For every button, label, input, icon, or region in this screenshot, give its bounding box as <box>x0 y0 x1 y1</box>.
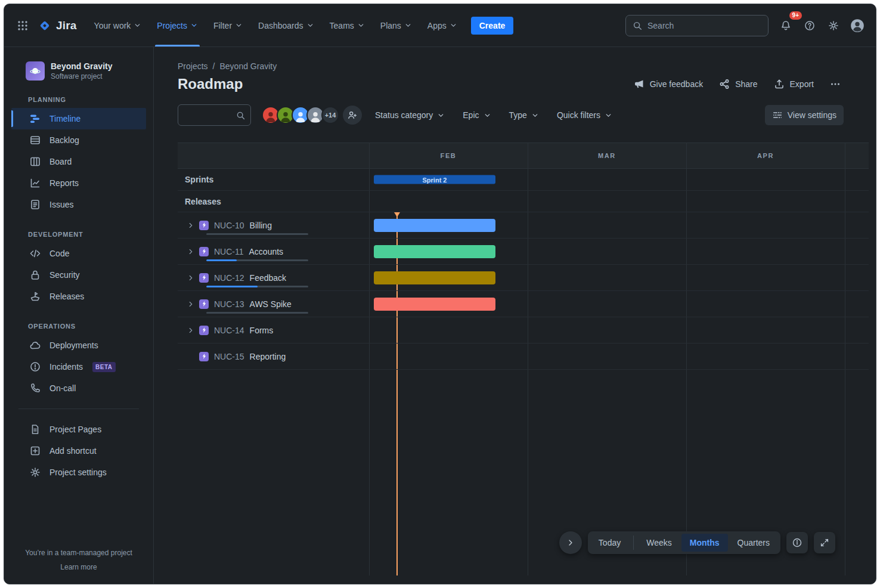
epic-bar[interactable] <box>374 219 495 232</box>
global-search-input[interactable] <box>647 21 762 30</box>
epic-row-nuc-14: NUC-14 Forms <box>178 317 869 343</box>
sidebar-item-label: Backlog <box>49 135 79 145</box>
epic-bar[interactable] <box>374 271 495 284</box>
releases-label-cell[interactable]: Releases <box>178 191 369 212</box>
filter-label: Status category <box>375 110 433 120</box>
app-switcher-button[interactable] <box>13 16 33 36</box>
more-actions-button[interactable] <box>829 78 841 90</box>
timeline-search-input[interactable] <box>184 110 236 120</box>
sidebar-item-deployments[interactable]: Deployments <box>11 335 146 356</box>
month-label: FEB <box>369 143 528 168</box>
epic-name-cell[interactable]: NUC-15 Reporting <box>178 343 369 369</box>
fullscreen-button[interactable] <box>814 532 835 553</box>
settings-button[interactable] <box>823 16 844 36</box>
nav-your-work[interactable]: Your work <box>86 4 150 47</box>
epic-name-cell[interactable]: NUC-12 Feedback <box>178 265 369 290</box>
add-people-button[interactable] <box>343 106 362 125</box>
cloud-icon <box>29 339 41 351</box>
expand-epic-button[interactable] <box>185 246 197 258</box>
nav-label: Plans <box>380 21 401 30</box>
sidebar-item-reports[interactable]: Reports <box>11 172 146 194</box>
expand-epic-button[interactable] <box>185 219 197 231</box>
sprint-bar[interactable]: Sprint 2 <box>374 175 495 184</box>
expand-epic-button[interactable] <box>185 324 197 336</box>
nav-filter[interactable]: Filter <box>206 4 250 47</box>
sprints-label: Sprints <box>185 175 213 184</box>
nav-apps[interactable]: Apps <box>420 4 465 47</box>
view-settings-button[interactable]: View settings <box>765 105 844 125</box>
breadcrumb-project-name[interactable]: Beyond Gravity <box>219 61 277 71</box>
person-icon <box>309 110 322 123</box>
epic-name-cell[interactable]: NUC-10 Billing <box>178 212 369 238</box>
sprints-label-cell[interactable]: Sprints <box>178 169 369 190</box>
zoom-weeks-button[interactable]: Weeks <box>638 534 680 552</box>
expand-epic-button[interactable] <box>185 298 197 310</box>
breadcrumb-projects[interactable]: Projects <box>178 61 208 71</box>
avatar-icon <box>850 18 865 33</box>
sidebar-item-timeline[interactable]: Timeline <box>11 108 146 129</box>
epic-key: NUC-13 <box>214 299 244 309</box>
sidebar-item-project-pages[interactable]: Project Pages <box>11 419 146 440</box>
expand-epic-button[interactable] <box>185 272 197 284</box>
epic-chart-cell <box>369 317 869 343</box>
project-header[interactable]: Beyond Gravity Software project <box>10 61 147 81</box>
sidebar-item-security[interactable]: Security <box>11 264 146 286</box>
scroll-right-button[interactable] <box>559 531 582 554</box>
sidebar-item-board[interactable]: Board <box>11 151 146 172</box>
export-button[interactable]: Export <box>773 78 814 90</box>
epic-progress-fill <box>206 259 237 261</box>
nav-dashboards[interactable]: Dashboards <box>250 4 322 47</box>
app-switcher-icon <box>17 20 29 32</box>
sidebar-item-backlog[interactable]: Backlog <box>11 129 146 151</box>
nav-projects[interactable]: Projects <box>149 4 206 47</box>
sidebar-item-issues[interactable]: Issues <box>11 194 146 215</box>
create-button[interactable]: Create <box>471 17 514 35</box>
learn-more-link[interactable]: Learn more <box>60 563 97 571</box>
incident-icon <box>29 361 41 373</box>
type-filter[interactable]: Type <box>504 106 544 125</box>
epic-key: NUC-12 <box>214 273 244 283</box>
epic-bar[interactable] <box>374 298 495 311</box>
sidebar-item-project-settings[interactable]: Project settings <box>11 462 146 483</box>
epic-title: AWS Spike <box>250 299 292 309</box>
backlog-icon <box>29 134 41 146</box>
sidebar-item-releases[interactable]: Releases <box>11 286 146 307</box>
bell-icon <box>780 20 792 32</box>
topnav-actions: 9+ <box>776 4 867 47</box>
epic-key: NUC-11 <box>214 247 244 256</box>
epic-filter[interactable]: Epic <box>458 106 495 125</box>
zoom-quarters-button[interactable]: Quarters <box>729 534 778 552</box>
chevron-down-icon <box>235 21 243 29</box>
ship-icon <box>29 290 41 302</box>
global-search[interactable] <box>625 15 769 36</box>
person-icon <box>294 110 307 123</box>
status-category-filter[interactable]: Status category <box>370 106 450 125</box>
zoom-control-panel: Today Weeks Months Quarters <box>588 531 780 554</box>
profile-button[interactable] <box>847 16 867 36</box>
sidebar-item-on-call[interactable]: On-call <box>11 377 146 399</box>
timeline-search[interactable] <box>178 104 251 126</box>
nav-plans[interactable]: Plans <box>373 4 420 47</box>
title-row: Roadmap Give feedback Share Export <box>178 76 841 92</box>
sidebar-item-incidents[interactable]: Incidents BETA <box>11 356 146 377</box>
epic-name-cell[interactable]: NUC-13 AWS Spike <box>178 291 369 317</box>
sidebar-item-label: Security <box>49 270 80 280</box>
quick-filters[interactable]: Quick filters <box>552 106 617 125</box>
share-button[interactable]: Share <box>718 78 757 90</box>
help-button[interactable] <box>800 16 820 36</box>
info-button[interactable] <box>786 532 808 553</box>
sidebar-item-code[interactable]: Code <box>11 243 146 264</box>
epic-name-cell[interactable]: NUC-11 Accounts <box>178 239 369 264</box>
give-feedback-button[interactable]: Give feedback <box>633 78 704 90</box>
epic-name-cell[interactable]: NUC-14 Forms <box>178 317 369 343</box>
avatar-overflow[interactable]: +14 <box>321 106 339 124</box>
today-button[interactable]: Today <box>590 534 629 552</box>
jira-logo[interactable]: Jira <box>38 18 77 33</box>
sidebar-item-add-shortcut[interactable]: Add shortcut <box>11 440 146 462</box>
notifications-button[interactable]: 9+ <box>776 16 796 36</box>
zoom-months-button[interactable]: Months <box>681 534 728 552</box>
releases-row: Releases <box>178 191 869 212</box>
epic-bar[interactable] <box>374 245 495 258</box>
sidebar-item-label: Releases <box>49 292 84 301</box>
nav-teams[interactable]: Teams <box>322 4 373 47</box>
